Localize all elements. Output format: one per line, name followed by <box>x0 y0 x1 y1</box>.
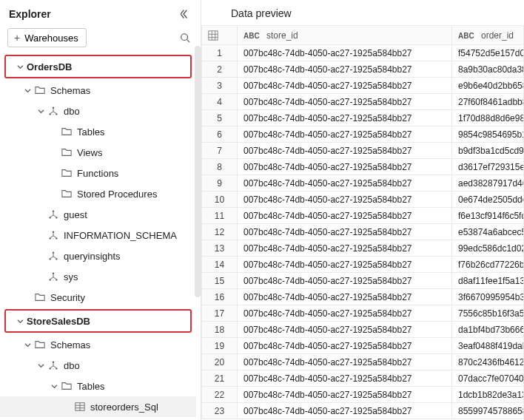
tree-node-label: sys <box>64 271 78 282</box>
cell-store-id: 007bc48c-74db-4050-ac27-1925a584bb27 <box>238 208 452 224</box>
table-row[interactable]: 18007bc48c-74db-4050-ac27-1925a584bb27da… <box>202 322 524 338</box>
tree-db-node[interactable]: StoreSalesDB <box>6 311 190 331</box>
object-tree[interactable]: OrdersDBSchemasdboTablesViewsFunctionsSt… <box>0 53 201 420</box>
cell-store-id: 007bc48c-74db-4050-ac27-1925a584bb27 <box>238 110 452 126</box>
schema-icon <box>47 229 59 241</box>
tree-node-label: queryinsights <box>64 251 121 262</box>
cell-order-id: e53874a6abcec503 <box>452 224 524 240</box>
svg-point-2 <box>53 106 54 108</box>
collapse-explorer-button[interactable] <box>178 7 192 21</box>
chevron-down-icon[interactable] <box>36 360 46 370</box>
cell-order-id: 07dacc7fe07040f20 <box>452 370 524 387</box>
tree-node[interactable]: dbo <box>0 355 196 376</box>
cell-store-id: 007bc48c-74db-4050-ac27-1925a584bb27 <box>238 387 452 403</box>
schema-icon <box>47 359 59 371</box>
chevron-down-icon[interactable] <box>36 106 46 116</box>
row-number-header[interactable] <box>202 26 238 45</box>
table-row[interactable]: 5007bc48c-74db-4050-ac27-1925a584bb271f7… <box>202 110 524 126</box>
tree-node[interactable]: Tables <box>0 376 196 396</box>
table-row[interactable]: 17007bc48c-74db-4050-ac27-1925a584bb2775… <box>202 305 524 322</box>
tree-node[interactable]: Stored Procedures <box>0 183 196 204</box>
row-number-cell: 14 <box>202 257 238 273</box>
table-icon <box>74 401 86 413</box>
table-row[interactable]: 11007bc48c-74db-4050-ac27-1925a584bb27f6… <box>202 208 524 224</box>
tree-node[interactable]: sys <box>0 266 196 287</box>
chevron-down-icon[interactable] <box>22 85 33 95</box>
table-row[interactable]: 15007bc48c-74db-4050-ac27-1925a584bb27d8… <box>202 273 524 289</box>
svg-rect-24 <box>209 30 218 39</box>
search-button[interactable] <box>177 30 193 46</box>
table-row[interactable]: 21007bc48c-74db-4050-ac27-1925a584bb2707… <box>202 370 524 387</box>
tree-node[interactable]: Schemas <box>0 80 196 101</box>
table-row[interactable]: 14007bc48c-74db-4050-ac27-1925a584bb27f7… <box>202 257 524 273</box>
tree-node[interactable]: guest <box>0 204 196 225</box>
cell-store-id: 007bc48c-74db-4050-ac27-1925a584bb27 <box>238 289 452 305</box>
row-number-cell: 10 <box>202 192 238 208</box>
tree-node-label: storeorders_Sql <box>90 402 158 413</box>
tree-db-node[interactable]: OrdersDB <box>6 56 190 77</box>
table-row[interactable]: 19007bc48c-74db-4050-ac27-1925a584bb273e… <box>202 338 524 354</box>
table-row[interactable]: 8007bc48c-74db-4050-ac27-1925a584bb27d36… <box>202 159 524 175</box>
tree-node[interactable]: dbo <box>0 101 196 121</box>
cell-store-id: 007bc48c-74db-4050-ac27-1925a584bb27 <box>238 370 452 387</box>
column-header-order-id[interactable]: ABC order_id <box>452 26 524 45</box>
cell-store-id: 007bc48c-74db-4050-ac27-1925a584bb27 <box>238 94 452 110</box>
tree-node[interactable]: Tables <box>0 121 196 142</box>
tree-node[interactable]: Schemas <box>0 334 196 355</box>
table-row[interactable]: 10007bc48c-74db-4050-ac27-1925a584bb270e… <box>202 192 524 208</box>
table-row[interactable]: 6007bc48c-74db-4050-ac27-1925a584bb27985… <box>202 126 524 143</box>
explorer-title: Explorer <box>9 8 51 20</box>
data-grid[interactable]: ABC store_id ABC order_id 1007bc48c-74db… <box>201 25 524 420</box>
row-number-cell: 18 <box>202 322 238 338</box>
chevron-down-icon[interactable] <box>15 61 25 72</box>
chevron-down-icon[interactable] <box>22 339 33 350</box>
row-number-cell: 11 <box>202 208 238 224</box>
table-row[interactable]: 16007bc48c-74db-4050-ac27-1925a584bb273f… <box>202 289 524 305</box>
column-header-store-id[interactable]: ABC store_id <box>238 26 452 45</box>
table-row[interactable]: 20007bc48c-74db-4050-ac27-1925a584bb2787… <box>202 354 524 370</box>
folder-icon <box>34 339 46 350</box>
tree-node-label: Views <box>77 147 102 158</box>
svg-point-17 <box>53 361 54 362</box>
tree-node[interactable]: Security <box>0 287 196 308</box>
chevron-down-icon[interactable] <box>15 316 25 326</box>
cell-order-id: 870c2436fb461222 <box>452 354 524 370</box>
table-row[interactable]: 4007bc48c-74db-4050-ac27-1925a584bb2727f… <box>202 94 524 110</box>
table-row[interactable]: 22007bc48c-74db-4050-ac27-1925a584bb271d… <box>202 387 524 403</box>
table-icon <box>208 30 218 41</box>
cell-order-id: 1dcb1b82de3a13d2 <box>452 387 524 403</box>
cell-store-id: 007bc48c-74db-4050-ac27-1925a584bb27 <box>238 338 452 354</box>
cell-order-id: e9b6e40d2bb65861 <box>452 78 524 94</box>
chevron-down-icon[interactable] <box>49 381 59 391</box>
table-row[interactable]: 3007bc48c-74db-4050-ac27-1925a584bb27e9b… <box>202 78 524 94</box>
tree-node-label: Tables <box>77 381 105 392</box>
tree-node[interactable]: queryinsights <box>0 245 196 266</box>
table-row[interactable]: 13007bc48c-74db-4050-ac27-1925a584bb2799… <box>202 240 524 257</box>
tree-node[interactable]: storeorders_Sql <box>0 396 196 417</box>
table-row[interactable]: 2007bc48c-74db-4050-ac27-1925a584bb278a9… <box>202 61 524 78</box>
table-row[interactable]: 1007bc48c-74db-4050-ac27-1925a584bb27f54… <box>202 45 524 61</box>
row-number-cell: 3 <box>202 78 238 94</box>
table-row[interactable]: 12007bc48c-74db-4050-ac27-1925a584bb27e5… <box>202 224 524 240</box>
table-row[interactable]: 9007bc48c-74db-4050-ac27-1925a584bb27aed… <box>202 175 524 192</box>
folder-icon <box>61 126 73 138</box>
table-row[interactable]: 23007bc48c-74db-4050-ac27-1925a584bb2785… <box>202 403 524 419</box>
tree-node[interactable]: Functions <box>0 163 196 183</box>
row-number-cell: 7 <box>202 143 238 159</box>
cell-order-id: 8a9b30ac80da3860 <box>452 61 524 78</box>
tree-node-label: Schemas <box>50 339 90 350</box>
cell-store-id: 007bc48c-74db-4050-ac27-1925a584bb27 <box>238 61 452 78</box>
tree-node[interactable]: Views <box>0 142 196 163</box>
row-number-cell: 16 <box>202 289 238 305</box>
tree-node[interactable]: INFORMATION_SCHEMA <box>0 225 196 245</box>
folder-icon <box>61 380 73 392</box>
warehouses-button[interactable]: + Warehouses <box>7 28 87 47</box>
cell-store-id: 007bc48c-74db-4050-ac27-1925a584bb27 <box>238 159 452 175</box>
explorer-scrollbar[interactable] <box>195 46 201 297</box>
cell-store-id: 007bc48c-74db-4050-ac27-1925a584bb27 <box>238 257 452 273</box>
row-number-cell: 5 <box>202 110 238 126</box>
cell-order-id: 9854c9854695b185 <box>452 126 524 143</box>
row-number-cell: 22 <box>202 387 238 403</box>
table-row[interactable]: 7007bc48c-74db-4050-ac27-1925a584bb27b9d… <box>202 143 524 159</box>
cell-store-id: 007bc48c-74db-4050-ac27-1925a584bb27 <box>238 322 452 338</box>
